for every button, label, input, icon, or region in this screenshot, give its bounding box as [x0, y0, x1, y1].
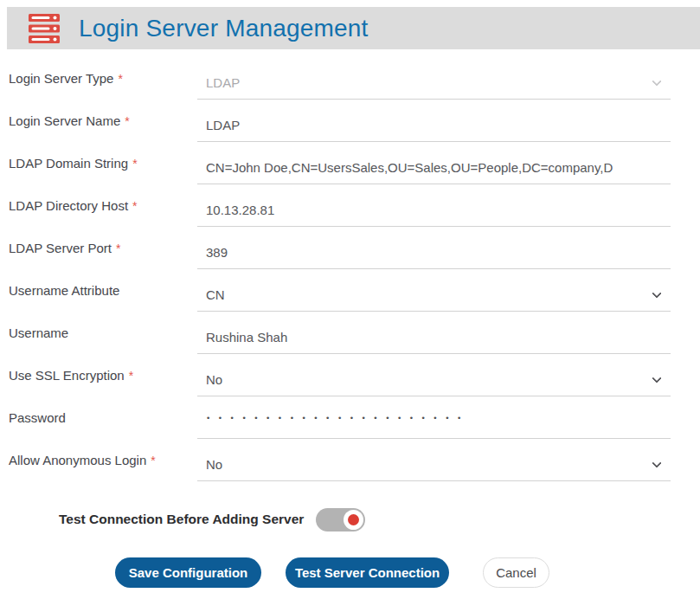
- page-header: Login Server Management: [7, 7, 700, 49]
- toggle-knob: [344, 510, 363, 530]
- cancel-button[interactable]: Cancel: [483, 557, 549, 588]
- ldap-directory-host-input[interactable]: 10.13.28.81: [197, 184, 671, 227]
- login-server-name-label: Login Server Name*: [0, 100, 197, 142]
- password-input[interactable]: ••••••••••••••••••••••: [197, 396, 671, 439]
- test-server-connection-button[interactable]: Test Server Connection: [286, 557, 449, 588]
- login-server-type-label: Login Server Type*: [0, 57, 197, 100]
- field-row-username-attribute: Username Attribute CN: [0, 269, 700, 312]
- ldap-domain-string-label: LDAP Domain String*: [0, 142, 197, 184]
- password-label: Password: [0, 396, 197, 439]
- username-label: Username: [0, 312, 197, 354]
- use-ssl-encryption-select[interactable]: No: [197, 354, 671, 396]
- chevron-down-icon: [652, 76, 661, 86]
- field-row-ldap-server-port: LDAP Server Port* 389: [0, 227, 700, 269]
- password-mask: ••••••••••••••••••••••: [206, 415, 469, 423]
- field-row-use-ssl-encryption: Use SSL Encryption* No: [0, 354, 700, 396]
- ldap-server-port-input[interactable]: 389: [197, 227, 671, 269]
- action-buttons: Save Configuration Test Server Connectio…: [115, 557, 700, 588]
- username-input[interactable]: Rushina Shah: [197, 312, 671, 354]
- test-connection-toggle-row: Test Connection Before Adding Server: [0, 506, 700, 532]
- field-row-login-server-type: Login Server Type* LDAP: [0, 57, 700, 100]
- use-ssl-encryption-label: Use SSL Encryption*: [0, 354, 197, 396]
- login-server-name-input[interactable]: LDAP: [197, 100, 671, 142]
- test-connection-toggle[interactable]: [316, 508, 365, 531]
- test-connection-toggle-label: Test Connection Before Adding Server: [59, 512, 304, 527]
- field-row-ldap-directory-host: LDAP Directory Host* 10.13.28.81: [0, 184, 700, 227]
- login-server-type-select: LDAP: [197, 57, 671, 100]
- save-configuration-button[interactable]: Save Configuration: [115, 557, 261, 588]
- chevron-down-icon: [652, 288, 661, 298]
- chevron-down-icon: [652, 458, 661, 467]
- field-row-ldap-domain-string: LDAP Domain String* CN=John Doe,CN=Users…: [0, 142, 700, 184]
- field-row-username: Username Rushina Shah: [0, 312, 700, 354]
- server-stack-icon: [29, 14, 60, 43]
- ldap-domain-string-input[interactable]: CN=John Doe,CN=UsersSales,OU=Sales,OU=Pe…: [197, 142, 671, 184]
- allow-anonymous-login-label: Allow Anonymous Login*: [0, 439, 197, 481]
- username-attribute-label: Username Attribute: [0, 269, 197, 312]
- field-row-allow-anonymous-login: Allow Anonymous Login* No: [0, 439, 700, 481]
- chevron-down-icon: [652, 373, 661, 383]
- allow-anonymous-login-select[interactable]: No: [197, 439, 671, 481]
- login-server-form: Login Server Type* LDAP Login Server Nam…: [0, 57, 700, 588]
- field-row-login-server-name: Login Server Name* LDAP: [0, 100, 700, 142]
- page-title: Login Server Management: [79, 15, 369, 42]
- field-row-password: Password ••••••••••••••••••••••: [0, 396, 700, 439]
- username-attribute-select[interactable]: CN: [197, 269, 671, 312]
- ldap-server-port-label: LDAP Server Port*: [0, 227, 197, 269]
- ldap-directory-host-label: LDAP Directory Host*: [0, 184, 197, 227]
- toggle-red-dot: [348, 514, 359, 525]
